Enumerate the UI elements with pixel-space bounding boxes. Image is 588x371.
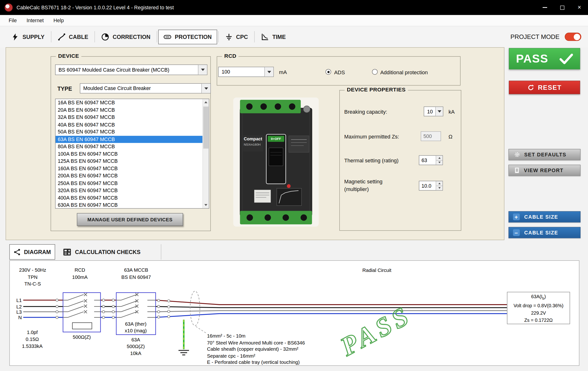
list-item[interactable]: 250A BS EN 60947 MCCB <box>56 180 209 187</box>
list-item-selected[interactable]: 63A BS EN 60947 MCCB <box>56 136 209 143</box>
plus-icon: + <box>513 213 520 220</box>
list-item[interactable]: 20A BS EN 60947 MCCB <box>56 106 209 114</box>
list-item[interactable]: 32A BS EN 60947 MCCB <box>56 114 209 121</box>
tab-diagram[interactable]: DIAGRAM <box>9 244 55 260</box>
arrow-up-icon <box>438 157 440 159</box>
list-item[interactable]: 630A BS EN 60947 MCCB <box>56 201 209 209</box>
list-item[interactable]: 100A BS EN 60947 MCCB <box>56 150 209 158</box>
arrow-up-icon <box>438 183 440 184</box>
toolbar-separator <box>94 31 95 42</box>
refresh-icon <box>527 84 535 91</box>
quarter-circle-icon <box>101 33 109 41</box>
device-select-arrow[interactable] <box>198 65 207 75</box>
spin-down-button[interactable] <box>436 160 443 165</box>
pass-status-button[interactable]: PASS <box>509 48 580 69</box>
rcd-current-select[interactable]: 100 <box>218 67 274 77</box>
menu-internet[interactable]: Internet <box>22 18 49 23</box>
app-window: CableCalc BS7671 18-2 - Version 1.0.0.22… <box>0 0 588 371</box>
tab-time[interactable]: TIME <box>256 29 291 44</box>
toolbar-separator <box>51 31 51 42</box>
menu-file[interactable]: File <box>4 18 22 23</box>
list-item[interactable]: 200A BS EN 60947 MCCB <box>56 172 209 180</box>
device-select[interactable]: BS 60947 Moulded Case Circuit Breaker (M… <box>55 64 207 75</box>
breaking-capacity-label: Breaking capacity: <box>344 109 387 115</box>
menu-help[interactable]: Help <box>49 18 69 23</box>
ads-radio[interactable] <box>326 69 331 75</box>
toggle-knob <box>574 34 580 40</box>
list-item[interactable]: 50A BS EN 60947 MCCB <box>56 128 209 136</box>
tab-correction[interactable]: CORRECTION <box>96 29 156 44</box>
breaking-capacity-unit: kA <box>448 109 455 115</box>
spin-down-button[interactable] <box>436 186 443 190</box>
list-item[interactable]: 400A BS EN 60947 MCCB <box>56 194 209 201</box>
arrow-down-icon <box>438 162 440 163</box>
ads-label: ADS <box>334 69 345 75</box>
ads-radio-group <box>326 69 331 76</box>
list-item[interactable]: 16A BS EN 60947 MCCB <box>56 99 209 106</box>
gear-icon <box>514 151 520 158</box>
rcd-diagram-label: RCD 100mA <box>63 267 97 281</box>
close-button[interactable]: × <box>571 0 588 15</box>
type-select[interactable]: Moulded Case Circuit Breaker <box>80 83 211 93</box>
chevron-down-icon <box>267 71 271 73</box>
calculator-icon <box>63 248 71 256</box>
manage-user-devices-button[interactable]: MANAGE USER DEFINED DEVICES <box>77 213 183 226</box>
breaker-icon <box>163 33 171 41</box>
list-item[interactable]: 125A BS EN 60947 MCCB <box>56 158 209 165</box>
scroll-up-button[interactable] <box>203 99 209 106</box>
tab-supply[interactable]: SUPPLY <box>6 29 50 44</box>
set-defaults-button[interactable]: SET DEFAULTS <box>509 149 581 160</box>
breaker-switch-label: 0+OFF <box>268 136 284 142</box>
phase-l1-label: L1 <box>13 297 22 304</box>
rcd-group-label: RCD <box>222 53 239 59</box>
view-report-button[interactable]: VIEW REPORT <box>509 165 581 176</box>
app-icon <box>5 3 13 12</box>
project-mode-toggle[interactable] <box>565 33 581 41</box>
reset-button[interactable]: RESET <box>509 81 580 94</box>
breaking-select-arrow[interactable] <box>435 107 443 116</box>
supply-info: 230V - 50Hz TPN TN-C-S <box>13 267 52 287</box>
load-voltage: 229.2V <box>507 310 570 317</box>
additional-protection-radio[interactable] <box>372 69 378 75</box>
additional-radio-group <box>372 69 378 76</box>
magnetic-setting-label-2: (multiplier) <box>344 186 369 192</box>
design-current: 63A(Ib) <box>507 293 570 302</box>
list-item[interactable]: 320A BS EN 60947 MCCB <box>56 187 209 194</box>
project-mode-label: PROJECT MODE <box>510 33 560 40</box>
close-icon: × <box>578 4 581 11</box>
breaker-brand-label: Compact <box>244 137 262 141</box>
tab-protection[interactable]: PROTECTION <box>158 29 217 44</box>
magnetic-setting-input[interactable] <box>419 183 436 189</box>
breaking-capacity-select[interactable]: 10 <box>424 106 443 116</box>
type-label: TYPE <box>57 85 72 92</box>
thermal-setting-input[interactable] <box>419 157 436 163</box>
cable-size-increase-button[interactable]: + CABLE SIZE <box>509 211 581 223</box>
window-controls: × <box>536 0 588 15</box>
spin-up-button[interactable] <box>436 181 443 186</box>
list-item[interactable]: 160A BS EN 60947 MCCB <box>56 165 209 172</box>
minimize-button[interactable] <box>536 0 553 15</box>
scroll-down-button[interactable] <box>203 202 209 208</box>
type-select-arrow[interactable] <box>201 84 210 93</box>
rcd-unit-label: mA <box>279 69 287 75</box>
list-item[interactable]: 40A BS EN 60947 MCCB <box>56 121 209 128</box>
list-scrollbar[interactable] <box>203 99 209 208</box>
scrollbar-thumb[interactable] <box>203 106 209 148</box>
minimize-icon <box>543 7 547 8</box>
document-icon <box>514 167 520 174</box>
list-item[interactable]: 80A BS EN 60947 MCCB <box>56 143 209 150</box>
tab-calculation-checks[interactable]: CALCULATION CHECKS <box>59 244 161 260</box>
tab-cable[interactable]: CABLE <box>52 29 93 44</box>
maximize-icon <box>560 5 564 10</box>
cable-size-decrease-button[interactable]: − CABLE SIZE <box>509 227 581 238</box>
tab-cpc[interactable]: CPC <box>220 29 253 44</box>
chevron-down-icon <box>201 69 205 71</box>
rcd-select-arrow[interactable] <box>264 67 273 76</box>
time-curve-icon <box>261 33 269 41</box>
mccb-impedance-label: 500Ω(Z) <box>117 343 154 350</box>
spin-up-button[interactable] <box>436 156 443 160</box>
maximize-button[interactable] <box>553 0 571 15</box>
mccb-product-image <box>232 97 320 227</box>
neutral-label: N <box>13 314 22 321</box>
project-mode-group: PROJECT MODE <box>510 33 588 41</box>
